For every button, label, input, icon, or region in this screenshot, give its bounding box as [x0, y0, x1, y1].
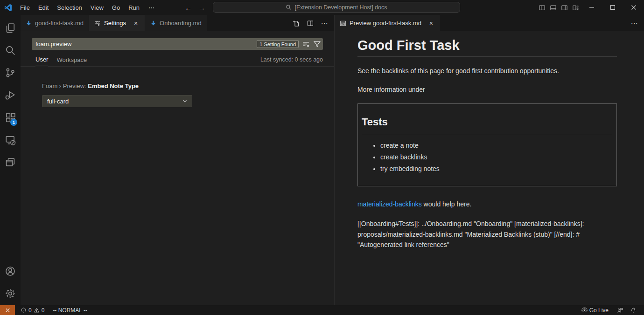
editor-group-right: Preview good-first-task.md × ⋯ Good Firs… — [334, 15, 644, 305]
tests-heading: Tests — [362, 116, 612, 134]
settings-search-controls: 1 Setting Found — [257, 38, 321, 50]
tab-label: Onboarding.md — [160, 20, 202, 27]
tab-settings[interactable]: Settings × — [89, 15, 145, 31]
back-arrow-icon[interactable]: ← — [185, 4, 192, 12]
materialized-backlinks-link[interactable]: materialized-backlinks — [357, 200, 422, 208]
accounts-icon[interactable] — [0, 260, 21, 282]
setting-title: Foam › Preview: Embed Note Type — [42, 82, 323, 89]
explorer-icon[interactable] — [0, 17, 21, 39]
menu-view[interactable]: View — [86, 4, 108, 11]
vim-mode-status: -- NORMAL -- — [50, 305, 90, 315]
list-item: create backlinks — [380, 153, 612, 161]
history-nav: ← → — [185, 0, 205, 15]
vim-mode-label: -- NORMAL -- — [53, 307, 87, 314]
editor-group-left: good-first-task.md Settings × Onboarding… — [21, 15, 334, 305]
feedback-icon[interactable] — [614, 305, 626, 315]
settings-count-badge: 1 Setting Found — [257, 40, 299, 48]
settings-search-box: 1 Setting Found — [32, 38, 323, 50]
settings-editor-icon — [94, 20, 101, 27]
scope-tab-workspace[interactable]: Workspace — [56, 56, 87, 66]
list-item: try embedding notes — [380, 165, 612, 172]
preview-link-line: materialized-backlinks would help here. — [357, 200, 617, 208]
main-area: 1 good-first-task — [0, 15, 644, 305]
open-settings-json-icon[interactable] — [290, 17, 302, 29]
chevron-down-icon — [182, 98, 188, 104]
list-item: create a note — [380, 142, 612, 149]
clear-filters-icon[interactable] — [302, 40, 310, 48]
command-center-label: [Extension Development Host] docs — [294, 4, 387, 11]
markdown-preview-body: Good First Task See the backlinks of thi… — [335, 31, 644, 250]
windows-stack-icon[interactable] — [0, 151, 21, 173]
command-center[interactable]: [Extension Development Host] docs — [213, 2, 460, 13]
vscode-logo-icon — [0, 4, 16, 12]
preview-paragraph: More information under — [357, 86, 617, 93]
remote-indicator[interactable] — [0, 305, 15, 315]
activity-bar: 1 — [0, 15, 21, 305]
menu-more-icon[interactable]: ⋯ — [144, 4, 159, 11]
go-live-button[interactable]: Go Live — [579, 305, 611, 315]
forward-arrow-icon[interactable]: → — [198, 4, 205, 12]
minimize-button[interactable] — [581, 0, 602, 15]
tests-list: create a note create backlinks try embed… — [362, 142, 612, 172]
setting-category: Foam › Preview: — [42, 82, 88, 89]
menu-edit[interactable]: Edit — [34, 4, 53, 11]
more-actions-icon[interactable]: ⋯ — [628, 17, 640, 29]
menu-file[interactable]: File — [16, 4, 34, 11]
tab-label: Preview good-first-task.md — [350, 20, 421, 27]
titlebar: File Edit Selection View Go Run ⋯ ← → [E… — [0, 0, 644, 15]
menu-selection[interactable]: Selection — [53, 4, 86, 11]
settings-scope-row: User Workspace Last synced: 0 secs ago — [21, 56, 334, 67]
right-editor-actions: ⋯ — [628, 15, 644, 31]
customize-layout-icon[interactable] — [570, 0, 581, 15]
markdown-file-icon — [150, 20, 156, 26]
right-tab-bar: Preview good-first-task.md × ⋯ — [335, 15, 644, 31]
close-tab-icon[interactable]: × — [132, 20, 140, 27]
toggle-sidebar-icon[interactable] — [536, 0, 547, 15]
settings-gear-icon[interactable] — [0, 282, 21, 305]
go-live-label: Go Live — [589, 307, 609, 314]
filter-funnel-icon[interactable] — [313, 40, 321, 48]
markdown-preview-icon — [340, 20, 346, 27]
setting-name: Embed Note Type — [88, 82, 139, 89]
left-tab-bar: good-first-task.md Settings × Onboarding… — [21, 15, 334, 31]
tab-bar-spacer — [441, 15, 628, 31]
ref-line: "Autogenerated link references" — [357, 240, 617, 250]
split-editor-icon[interactable] — [304, 17, 316, 29]
tests-embed-card: Tests create a note create backlinks try… — [357, 103, 617, 186]
left-editor-actions: ⋯ — [290, 15, 334, 31]
menu-run[interactable]: Run — [124, 4, 144, 11]
ref-line: proposals/materialized-backlinks.md "Mat… — [357, 229, 617, 240]
menu-go[interactable]: Go — [108, 4, 124, 11]
close-window-button[interactable] — [623, 0, 644, 15]
notifications-bell-icon[interactable] — [627, 305, 639, 315]
ref-line: [[Onboarding#Tests]]: ../Onboarding.md "… — [357, 219, 617, 229]
status-bar-right: Go Live — [579, 305, 644, 315]
tab-onboarding[interactable]: Onboarding.md — [145, 15, 207, 31]
close-tab-icon[interactable]: × — [427, 20, 435, 27]
remote-explorer-icon[interactable] — [0, 129, 21, 151]
tab-good-first-task[interactable]: good-first-task.md — [21, 15, 89, 31]
tab-bar-spacer — [207, 15, 290, 31]
link-references-paragraph: [[Onboarding#Tests]]: ../Onboarding.md "… — [357, 219, 617, 250]
run-debug-icon[interactable] — [0, 84, 21, 106]
select-value: full-card — [47, 98, 69, 105]
toggle-secondary-sidebar-icon[interactable] — [559, 0, 570, 15]
tab-label: Settings — [104, 20, 126, 27]
maximize-button[interactable] — [602, 0, 623, 15]
embed-note-type-select[interactable]: full-card — [42, 95, 192, 107]
markdown-file-icon — [26, 20, 32, 26]
vscode-window: File Edit Selection View Go Run ⋯ ← → [E… — [0, 0, 644, 315]
search-sidebar-icon[interactable] — [0, 39, 21, 62]
extensions-icon[interactable]: 1 — [0, 106, 21, 129]
titlebar-right-icons — [536, 0, 644, 15]
toggle-panel-icon[interactable] — [547, 0, 559, 15]
status-bar: 0 0 -- NORMAL -- Go Live — [0, 305, 644, 315]
preview-paragraph: See the backlinks of this page for good … — [357, 67, 617, 75]
scope-tab-user[interactable]: User — [35, 56, 48, 66]
more-actions-icon[interactable]: ⋯ — [318, 17, 330, 29]
settings-editor: 1 Setting Found User Workspace Last sync… — [21, 31, 334, 107]
warning-count: 0 — [42, 307, 45, 314]
problems-status[interactable]: 0 0 — [18, 305, 47, 315]
source-control-icon[interactable] — [0, 62, 21, 84]
tab-preview-good-first-task[interactable]: Preview good-first-task.md × — [335, 15, 441, 31]
